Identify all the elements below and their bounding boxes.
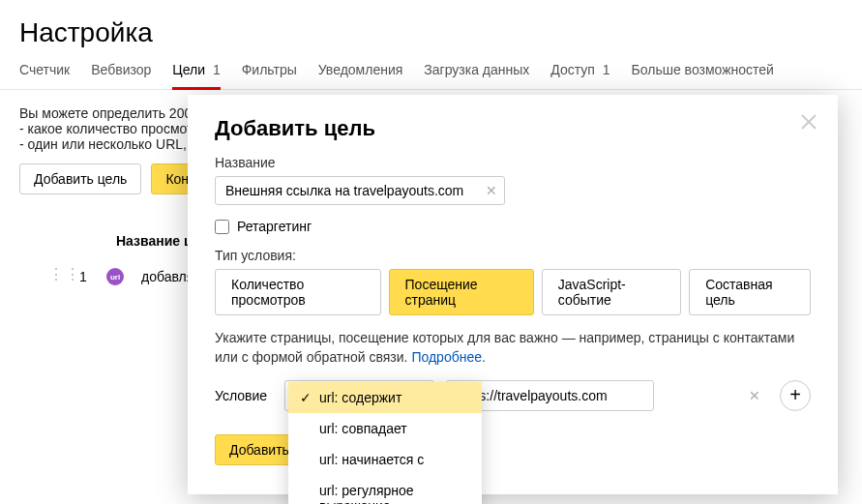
condition-type-label: Тип условия: bbox=[215, 248, 811, 263]
dropdown-option-contains[interactable]: url: содержит bbox=[288, 382, 482, 413]
hint-body: Укажите страницы, посещение которых для … bbox=[215, 330, 794, 365]
condition-label: Условие bbox=[215, 388, 273, 403]
add-goal-modal: Добавить цель Название ✕ Ретаргетинг Тип… bbox=[188, 95, 838, 494]
modal-title: Добавить цель bbox=[215, 116, 811, 141]
type-views[interactable]: Количество просмотров bbox=[215, 269, 381, 315]
goal-name-input[interactable] bbox=[215, 176, 505, 205]
close-icon[interactable] bbox=[799, 112, 818, 132]
clear-url-icon[interactable]: ✕ bbox=[749, 388, 760, 403]
condition-type-group: Количество просмотров Посещение страниц … bbox=[215, 269, 811, 315]
hint-text: Укажите страницы, посещение которых для … bbox=[215, 329, 811, 367]
type-js-event[interactable]: JavaScript-событие bbox=[542, 269, 681, 315]
clear-name-icon[interactable]: ✕ bbox=[486, 183, 497, 198]
hint-link[interactable]: Подробнее bbox=[411, 349, 482, 365]
dropdown-option-regex[interactable]: url: регулярное выражение bbox=[288, 475, 482, 504]
dropdown-option-starts[interactable]: url: начинается с bbox=[288, 444, 482, 475]
retargeting-checkbox[interactable] bbox=[215, 220, 229, 234]
condition-dropdown: url: содержит url: совпадает url: начина… bbox=[288, 382, 482, 504]
dropdown-option-equals[interactable]: url: совпадает bbox=[288, 413, 482, 444]
add-condition-icon[interactable]: + bbox=[780, 380, 811, 411]
name-label: Название bbox=[215, 155, 811, 170]
type-pages[interactable]: Посещение страниц bbox=[389, 269, 534, 315]
type-composite[interactable]: Составная цель bbox=[689, 269, 811, 315]
retargeting-label: Ретаргетинг bbox=[237, 219, 312, 234]
